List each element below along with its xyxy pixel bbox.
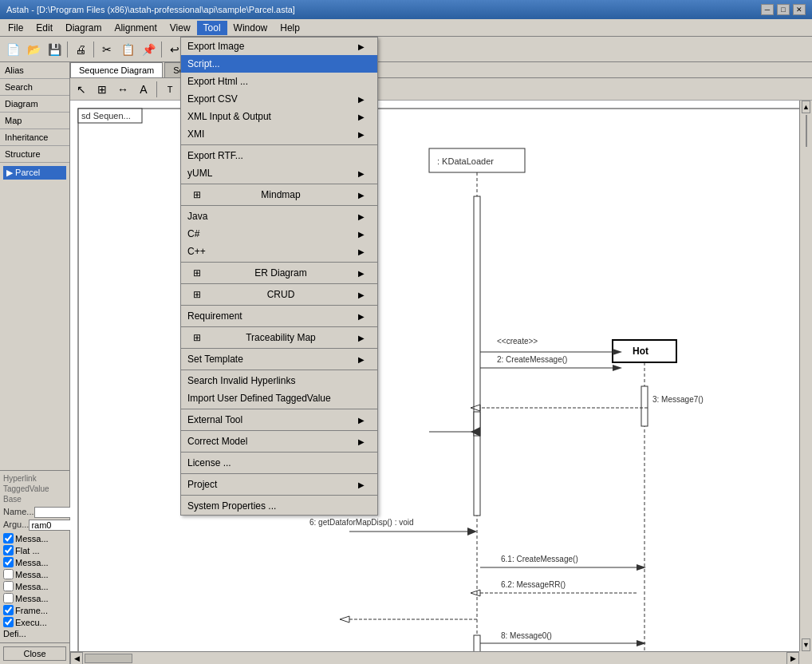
checkbox-execu[interactable]: Execu... — [3, 616, 66, 628]
minimize-button[interactable]: ─ — [761, 4, 774, 15]
toolbar-new[interactable]: 📄 — [3, 40, 22, 59]
menu-export-csv[interactable]: Export CSV ▶ — [181, 90, 377, 108]
menu-export-html[interactable]: Export Html ... — [181, 73, 377, 90]
menu-system-properties[interactable]: System Properties ... — [181, 497, 377, 515]
menu-xml-io[interactable]: XML Input & Output ▶ — [181, 108, 377, 125]
tab-structure[interactable]: Structure — [0, 146, 69, 163]
checkbox-messa4-input[interactable] — [3, 581, 14, 591]
diag-tool2[interactable]: ⊞ — [93, 80, 112, 99]
left-panel-tree: ▶ Parcel — [0, 163, 69, 470]
diag-sep1 — [156, 81, 157, 97]
menu-diagram[interactable]: Diagram — [59, 21, 108, 35]
menu-traceability[interactable]: ⊞ Traceability Map ▶ — [181, 329, 377, 346]
toolbar-print[interactable]: 🖨 — [71, 40, 90, 59]
menu-file[interactable]: File — [2, 21, 30, 35]
titlebar-controls: ─ □ ✕ — [761, 4, 806, 15]
menu-crud[interactable]: ⊞ CRUD ▶ — [181, 286, 377, 303]
diag-tool4[interactable]: A — [134, 80, 153, 99]
checkbox-flat-input[interactable] — [3, 545, 14, 555]
svg-text:8: Message0(): 8: Message0() — [501, 631, 552, 640]
diag-tool3[interactable]: ↔ — [113, 80, 132, 99]
checkbox-messa1[interactable]: Messa... — [3, 532, 66, 544]
menu-external-tool[interactable]: External Tool ▶ — [181, 411, 377, 429]
checkbox-messa5-input[interactable] — [3, 593, 14, 603]
checkbox-messa3-input[interactable] — [3, 569, 14, 579]
checkbox-flat[interactable]: Flat ... — [3, 544, 66, 556]
menu-xml-io-label: XML Input & Output — [187, 111, 271, 122]
menu-sep14 — [181, 495, 377, 496]
scroll-thumb-v[interactable] — [806, 115, 807, 147]
toolbar-copy[interactable]: 📋 — [118, 40, 137, 59]
diag-select[interactable]: ↖ — [72, 80, 91, 99]
toolbar-save[interactable]: 💾 — [45, 40, 64, 59]
mindmap-arrow: ▶ — [358, 191, 365, 200]
menu-export-rtf[interactable]: Export RTF... — [181, 147, 377, 164]
menu-requirement-label: Requirement — [187, 310, 242, 322]
checkbox-messa2-input[interactable] — [3, 557, 14, 567]
checkbox-execu-input[interactable] — [3, 617, 14, 627]
scroll-right[interactable]: ▶ — [786, 652, 799, 665]
scroll-down[interactable]: ▼ — [802, 638, 810, 651]
menu-export-image-label: Export Image — [187, 41, 244, 52]
menu-java[interactable]: Java ▶ — [181, 208, 377, 225]
prop-name-label: Name... — [3, 507, 34, 518]
menu-mindmap[interactable]: ⊞ Mindmap ▶ — [181, 186, 377, 204]
diagram-tab-1[interactable]: Sequence Diagram — [70, 62, 163, 77]
menu-alignment[interactable]: Alignment — [108, 21, 163, 35]
tab-diagram[interactable]: Diagram — [0, 96, 69, 113]
checkbox-messa2[interactable]: Messa... — [3, 556, 66, 568]
menu-er-diagram[interactable]: ⊞ ER Diagram ▶ — [181, 264, 377, 282]
prop-name-row: Name... — [3, 507, 66, 518]
menu-window[interactable]: Window — [227, 21, 274, 35]
csharp-arrow: ▶ — [358, 230, 365, 239]
menu-import-taggedvalue[interactable]: Import User Defined TaggedValue — [181, 389, 377, 407]
menu-cpp[interactable]: C++ ▶ — [181, 243, 377, 260]
menu-correct-model[interactable]: Correct Model ▶ — [181, 433, 377, 450]
horizontal-scrollbar[interactable]: ◀ ▶ — [70, 651, 799, 664]
menu-tool[interactable]: Tool — [197, 21, 227, 35]
scroll-up[interactable]: ▲ — [802, 101, 810, 113]
scroll-corner — [799, 651, 812, 664]
menu-help[interactable]: Help — [274, 21, 306, 35]
toolbar-open[interactable]: 📂 — [24, 40, 43, 59]
checkbox-frame[interactable]: Frame... — [3, 604, 66, 616]
tree-item-parcel[interactable]: ▶ Parcel — [3, 166, 66, 180]
menu-sep6 — [181, 305, 377, 306]
menu-view[interactable]: View — [164, 21, 197, 35]
menu-edit[interactable]: Edit — [30, 21, 59, 35]
menu-requirement[interactable]: Requirement ▶ — [181, 307, 377, 325]
checkbox-messa3[interactable]: Messa... — [3, 568, 66, 580]
tab-map[interactable]: Map — [0, 113, 69, 129]
svg-text:3: Message7(): 3: Message7() — [652, 395, 704, 404]
tab-search[interactable]: Search — [0, 79, 69, 96]
menu-yuml[interactable]: yUML ▶ — [181, 164, 377, 182]
toolbar-cut[interactable]: ✂ — [97, 40, 116, 59]
scroll-left[interactable]: ◀ — [70, 652, 83, 665]
left-panel: Alias Search Diagram Map Inheritance Str… — [0, 62, 70, 664]
left-panel-bottom: Close — [0, 642, 69, 664]
tab-inheritance[interactable]: Inheritance — [0, 129, 69, 146]
menu-set-template[interactable]: Set Template ▶ — [181, 350, 377, 368]
tab-alias[interactable]: Alias — [0, 62, 69, 79]
menu-export-image[interactable]: Export Image ▶ — [181, 38, 377, 55]
checkbox-frame-input[interactable] — [3, 605, 14, 615]
toolbar-paste[interactable]: 📌 — [139, 40, 158, 59]
close-button[interactable]: ✕ — [793, 4, 806, 15]
vertical-scrollbar[interactable]: ▲ ▼ — [799, 101, 812, 651]
menu-er-diagram-label: ER Diagram — [254, 267, 306, 279]
close-button[interactable]: Close — [3, 646, 66, 661]
maximize-button[interactable]: □ — [777, 4, 790, 15]
menu-xmi[interactable]: XMI ▶ — [181, 125, 377, 143]
menu-search-hyperlinks[interactable]: Search Invalid Hyperlinks — [181, 372, 377, 389]
svg-marker-35 — [340, 616, 349, 622]
checkbox-messa5[interactable]: Messa... — [3, 592, 66, 604]
scroll-thumb-h[interactable] — [85, 654, 132, 663]
checkbox-messa1-input[interactable] — [3, 533, 14, 543]
menu-project[interactable]: Project ▶ — [181, 476, 377, 493]
menu-script[interactable]: Script... — [181, 55, 377, 73]
menu-csharp[interactable]: C# ▶ — [181, 225, 377, 243]
diag-text[interactable]: T — [160, 80, 179, 99]
menu-license[interactable]: License ... — [181, 454, 377, 472]
checkbox-messa4[interactable]: Messa... — [3, 580, 66, 592]
menu-cpp-label: C++ — [187, 246, 206, 257]
